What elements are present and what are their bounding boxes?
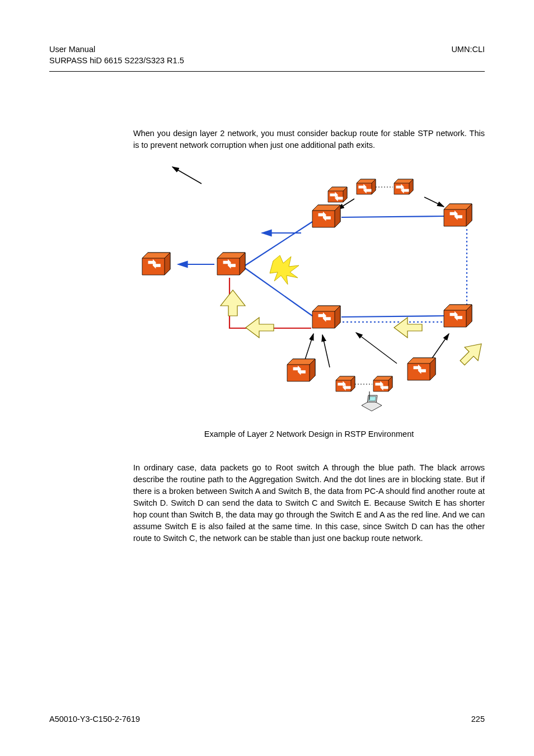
header-rule bbox=[49, 71, 485, 72]
switch-a-icon bbox=[142, 253, 170, 275]
svg-line-19 bbox=[424, 197, 444, 207]
switch-h-icon bbox=[407, 358, 435, 380]
svg-line-12 bbox=[341, 216, 444, 217]
switch-b-icon bbox=[217, 253, 245, 275]
leaf-switch-icon bbox=[394, 179, 413, 194]
svg-marker-26 bbox=[270, 255, 299, 284]
manual-title: User Manual bbox=[49, 44, 184, 55]
header-left: User Manual SURPASS hiD 6615 S223/S323 R… bbox=[49, 44, 184, 67]
page-number: 225 bbox=[471, 715, 485, 724]
leaf-switch-icon bbox=[357, 179, 376, 194]
switch-g-icon bbox=[287, 359, 315, 381]
product-line: SURPASS hiD 6615 S223/S323 R1.5 bbox=[49, 55, 184, 66]
network-diagram bbox=[133, 166, 485, 415]
switch-d-icon bbox=[312, 306, 340, 328]
leaf-switch-icon bbox=[328, 187, 347, 202]
svg-line-22 bbox=[356, 333, 397, 363]
switch-e-icon bbox=[444, 305, 472, 327]
paragraph-explanation: In ordinary case, data packets go to Roo… bbox=[133, 462, 485, 544]
switch-f-icon bbox=[444, 204, 472, 226]
switch-c-icon bbox=[312, 205, 340, 227]
svg-line-21 bbox=[322, 335, 330, 367]
header-right: UMN:CLI bbox=[451, 44, 485, 67]
fault-icon bbox=[270, 255, 299, 284]
doc-id: A50010-Y3-C150-2-7619 bbox=[49, 715, 140, 724]
leaf-switch-icon bbox=[336, 376, 355, 391]
page-header: User Manual SURPASS hiD 6615 S223/S323 R… bbox=[49, 44, 485, 67]
svg-line-9 bbox=[172, 167, 202, 184]
pc-icon bbox=[362, 395, 382, 411]
page-footer: A50010-Y3-C150-2-7619 225 bbox=[49, 715, 485, 724]
leaf-switch-icon bbox=[373, 376, 392, 391]
svg-line-13 bbox=[341, 316, 444, 317]
content-block: When you design layer 2 network, you mus… bbox=[133, 128, 485, 544]
paragraph-intro: When you design layer 2 network, you mus… bbox=[133, 128, 485, 151]
figure-caption: Example of Layer 2 Network Design in RST… bbox=[133, 430, 485, 438]
